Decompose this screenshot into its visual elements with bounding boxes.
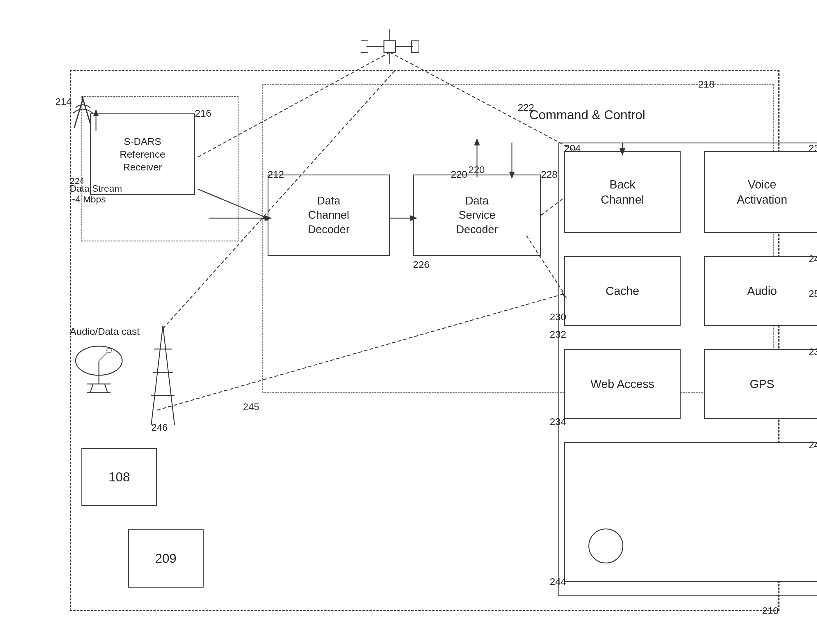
ref-226: 226 <box>413 259 429 270</box>
satellite-dish-icon <box>70 337 128 396</box>
ref-250: 250 <box>809 288 817 299</box>
ref-246: 246 <box>151 422 168 433</box>
audio-datacast-label: Audio/Data cast <box>70 326 139 337</box>
ref-220: 220 <box>451 169 468 180</box>
audio-box: Audio <box>704 256 817 326</box>
svg-point-10 <box>107 348 111 353</box>
svg-rect-16 <box>384 41 395 52</box>
gps-box: GPS <box>704 349 817 419</box>
ref-228: 228 <box>541 169 558 180</box>
ref-204: 204 <box>564 143 581 154</box>
box-108: 108 <box>81 448 157 506</box>
ref-214: 214 <box>55 96 72 107</box>
data-channel-decoder-box: DataChannelDecoder <box>268 175 390 256</box>
ref-240: 240 <box>809 253 817 264</box>
ref-216: 216 <box>195 107 212 119</box>
sdars-box: S-DARSReferenceReceiver <box>90 113 195 195</box>
datastream-label: Data Stream~4 Mbps <box>70 183 122 205</box>
ref-210: 210 <box>762 605 779 616</box>
ref-230: 230 <box>550 311 566 323</box>
ref-244: 244 <box>550 576 566 587</box>
ref-232: 232 <box>550 329 566 340</box>
svg-line-12 <box>163 326 175 425</box>
ref-236: 236 <box>809 346 817 357</box>
svg-line-9 <box>99 352 107 361</box>
box-209: 209 <box>128 529 204 587</box>
web-access-box: Web Access <box>564 349 681 419</box>
ref-242: 242 <box>809 439 817 451</box>
data-service-decoder-box: DataServiceDecoder <box>413 175 541 256</box>
ref-218: 218 <box>698 78 714 90</box>
ref-238: 238 <box>809 143 817 154</box>
svg-line-11 <box>151 326 163 425</box>
circle-element-244 <box>589 529 623 563</box>
svg-line-0 <box>74 99 83 128</box>
display-box-242 <box>564 442 817 582</box>
ref-212: 212 <box>268 169 284 180</box>
satellite-icon <box>361 23 419 70</box>
svg-line-6 <box>90 384 93 393</box>
cache-box: Cache <box>564 256 681 326</box>
tower-icon <box>146 326 180 425</box>
svg-line-7 <box>105 384 107 393</box>
diagram-container: 210 218 222 Command & Control 214 S-DARS… <box>17 17 797 628</box>
ref-234: 234 <box>550 416 566 427</box>
ref-224: 224 <box>70 176 84 186</box>
back-channel-box: BackChannel <box>564 151 681 233</box>
voice-activation-box: VoiceActivation <box>704 151 817 233</box>
command-control-label: Command & Control <box>529 107 645 122</box>
